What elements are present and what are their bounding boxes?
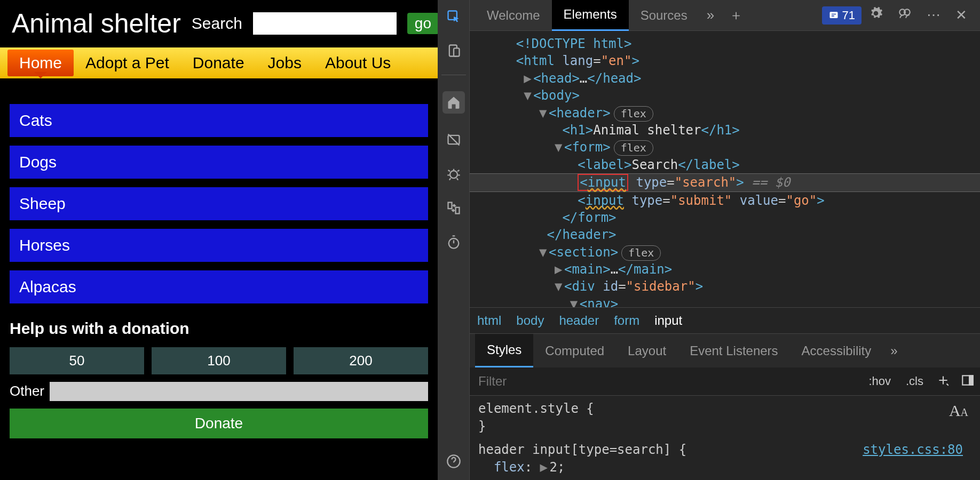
- add-tab-icon[interactable]: ＋: [722, 6, 750, 25]
- go-button[interactable]: go: [407, 13, 439, 34]
- cat-alpacas[interactable]: Alpacas: [10, 270, 428, 303]
- tab-sources[interactable]: Sources: [629, 1, 699, 30]
- donation-heading: Help us with a donation: [10, 319, 428, 338]
- devtools-tabbar: Welcome Elements Sources » ＋ 71 ⋯ ✕: [470, 0, 980, 31]
- other-row: Other: [10, 382, 428, 401]
- home-icon[interactable]: [442, 91, 465, 114]
- stab-styles[interactable]: Styles: [475, 334, 533, 367]
- nav-about[interactable]: About Us: [313, 50, 402, 76]
- stab-layout[interactable]: Layout: [616, 335, 678, 367]
- crumb-input[interactable]: input: [654, 313, 682, 328]
- page-content: Cats Dogs Sheep Horses Alpacas Help us w…: [0, 78, 438, 438]
- nav-adopt[interactable]: Adopt a Pet: [74, 50, 181, 76]
- css-val[interactable]: 2: [550, 460, 557, 475]
- help-icon[interactable]: [446, 453, 462, 469]
- font-size-icon[interactable]: AA: [949, 400, 968, 422]
- svg-rect-6: [455, 207, 459, 214]
- hov-toggle[interactable]: :hov: [861, 374, 898, 388]
- source-link[interactable]: styles.css:80: [863, 441, 963, 458]
- other-label: Other: [10, 383, 44, 399]
- devtools: Welcome Elements Sources » ＋ 71 ⋯ ✕ <!DO…: [438, 0, 980, 480]
- image-off-icon[interactable]: [446, 132, 462, 148]
- bug-icon[interactable]: [446, 166, 462, 182]
- cat-sheep[interactable]: Sheep: [10, 187, 428, 220]
- more-tabs-icon[interactable]: »: [699, 7, 722, 23]
- stab-computed[interactable]: Computed: [533, 335, 616, 367]
- tool-strip: [438, 0, 470, 480]
- amount-100[interactable]: 100: [152, 347, 286, 374]
- tab-welcome[interactable]: Welcome: [475, 1, 552, 30]
- svg-rect-13: [969, 376, 973, 385]
- cat-dogs[interactable]: Dogs: [10, 146, 428, 179]
- devtools-main: Welcome Elements Sources » ＋ 71 ⋯ ✕ <!DO…: [470, 0, 980, 480]
- svg-point-4: [450, 171, 457, 178]
- nav-donate[interactable]: Donate: [181, 50, 256, 76]
- device-icon[interactable]: [446, 43, 462, 59]
- element-style-close: }: [478, 418, 971, 435]
- feedback-icon[interactable]: [890, 6, 919, 24]
- new-rule-icon[interactable]: [931, 373, 955, 389]
- css-rules[interactable]: AA element.style { } header input[type=s…: [470, 396, 980, 480]
- svg-rect-5: [448, 203, 452, 209]
- amount-row: 50 100 200: [10, 347, 428, 374]
- search-form: Search go: [192, 12, 439, 35]
- gear-icon[interactable]: [862, 6, 890, 24]
- rule-selector: header input[type=search] {: [478, 442, 686, 457]
- inspect-icon[interactable]: [446, 9, 462, 25]
- nav-jobs[interactable]: Jobs: [256, 50, 313, 76]
- close-icon[interactable]: ✕: [948, 7, 975, 23]
- crumb-body[interactable]: body: [516, 313, 544, 328]
- donate-button[interactable]: Donate: [10, 409, 428, 438]
- crumb-header[interactable]: header: [559, 313, 599, 328]
- styles-filter-bar: :hov .cls: [470, 367, 980, 396]
- filter-input[interactable]: [470, 367, 861, 395]
- element-style-sel: element.style {: [478, 400, 971, 417]
- search-input[interactable]: [253, 12, 397, 35]
- crumb-form[interactable]: form: [614, 313, 639, 328]
- cat-cats[interactable]: Cats: [10, 104, 428, 137]
- crumb-html[interactable]: html: [477, 313, 501, 328]
- nav-home[interactable]: Home: [7, 50, 74, 76]
- styles-tabbar: Styles Computed Layout Event Listeners A…: [470, 333, 980, 367]
- stopwatch-icon[interactable]: [446, 234, 462, 250]
- other-input[interactable]: [50, 382, 428, 401]
- rendered-page: Animal shelter Search go Home Adopt a Pe…: [0, 0, 438, 480]
- panel-toggle-icon[interactable]: [955, 373, 980, 389]
- stab-events[interactable]: Event Listeners: [678, 335, 789, 367]
- transfer-icon[interactable]: [446, 200, 462, 216]
- page-header: Animal shelter Search go: [0, 0, 438, 47]
- cat-horses[interactable]: Horses: [10, 229, 428, 262]
- issues-badge[interactable]: 71: [822, 6, 862, 25]
- more-stabs-icon[interactable]: »: [883, 343, 905, 358]
- amount-200[interactable]: 200: [294, 347, 428, 374]
- cls-toggle[interactable]: .cls: [898, 374, 931, 388]
- kebab-icon[interactable]: ⋯: [919, 7, 948, 23]
- stab-accessibility[interactable]: Accessibility: [790, 335, 883, 367]
- breadcrumbs: html body header form input: [470, 307, 980, 333]
- main-nav: Home Adopt a Pet Donate Jobs About Us: [0, 47, 438, 78]
- dom-tree[interactable]: <!DOCTYPE html> <html lang="en"> ▶<head>…: [470, 31, 980, 307]
- search-label: Search: [192, 14, 242, 33]
- svg-rect-2: [454, 48, 460, 56]
- selected-dom-node: … <input type="search"> == $0: [470, 173, 980, 191]
- tab-elements[interactable]: Elements: [552, 0, 629, 31]
- svg-rect-9: [829, 12, 837, 18]
- css-prop[interactable]: flex: [494, 460, 525, 475]
- site-title: Animal shelter: [12, 10, 181, 38]
- amount-50[interactable]: 50: [10, 347, 144, 374]
